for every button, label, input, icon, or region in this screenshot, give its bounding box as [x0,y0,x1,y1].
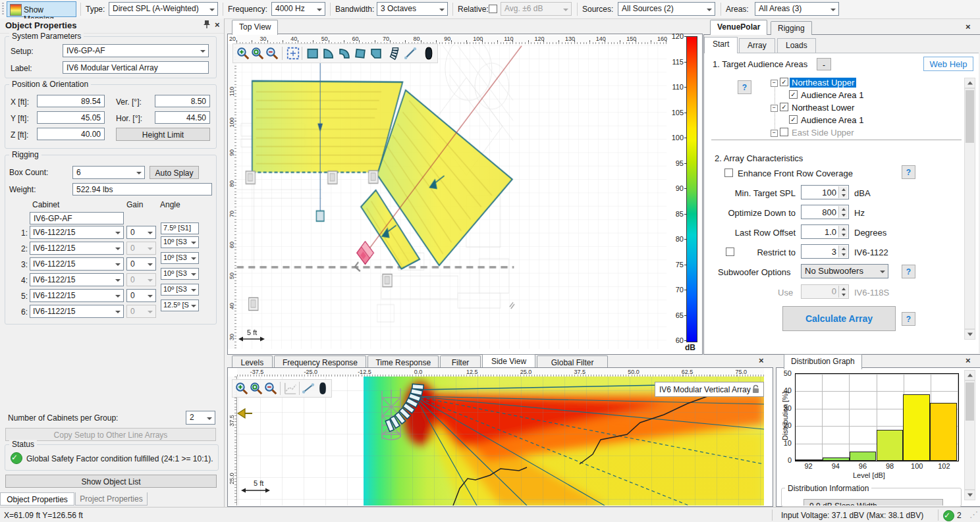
tree-expander-icon[interactable]: − [771,80,778,87]
spinner-arrows-icon[interactable] [838,226,848,238]
subtab-loads[interactable]: Loads [777,38,816,53]
subwoofer-options-select[interactable]: No Subwoofers [801,264,888,278]
auto-splay-button[interactable]: Auto Splay [150,166,199,179]
tab-side-view[interactable]: Side View [482,354,535,367]
scroll-down-icon[interactable] [964,490,975,500]
show-mapping-button[interactable]: Show Mapping [7,1,76,17]
tree-item-label[interactable]: East Side Upper [790,128,856,138]
toolbar-grip[interactable] [2,3,4,16]
left-tab-object-properties[interactable]: Object Properties [0,492,74,506]
frequency-select[interactable]: 4000 Hz [271,2,325,16]
type-select[interactable]: Direct SPL (A-Weighted) [109,2,218,16]
array-name-overlay[interactable]: IV6 Modular Vertical Array [655,382,764,397]
areas-select[interactable]: All Areas (3) [755,2,839,16]
label-input[interactable]: IV6 Modular Vertical Array [63,61,209,74]
area-polygon-tool-icon[interactable] [369,46,383,61]
tree-checkbox[interactable]: ✓ [780,103,788,111]
param-stepper[interactable]: 800 [801,205,849,219]
calculate-array-button[interactable]: Calculate Array [782,306,896,331]
tab-frequency-response[interactable]: Frequency Response [274,355,367,367]
web-help-button[interactable]: Web Help [923,57,973,71]
measure-tool-icon[interactable] [403,46,418,61]
cabinets-per-group-select[interactable]: 2 [186,411,215,425]
scroll-down-icon[interactable] [964,329,975,340]
subtab-array[interactable]: Array [739,38,775,53]
spinner-arrows-icon[interactable] [838,246,848,257]
angle-select[interactable]: 10º [S3 [161,284,199,296]
tree-checkbox[interactable]: ✓ [789,115,798,124]
area-trapezoid-tool-icon[interactable] [353,46,368,61]
tree-checkbox[interactable]: ✓ [780,78,788,86]
relative-checkbox[interactable] [489,5,497,13]
close-icon[interactable]: × [215,20,220,30]
cabinet-select[interactable]: IV6-1122/15 [30,289,124,302]
venuepolar-close-icon[interactable]: × [966,22,971,32]
back-arrow-icon[interactable] [237,408,253,419]
box-count-select[interactable]: 6 [72,166,145,179]
ver-input[interactable]: 8.50 [155,95,210,107]
tab-filter[interactable]: Filter [440,355,481,367]
spinner-arrows-icon[interactable] [838,206,848,218]
help-enhance-button[interactable]: ? [902,165,915,179]
tab-rigging[interactable]: Rigging [771,21,812,35]
area-quarter-tool-icon[interactable] [321,46,336,61]
sources-select[interactable]: All Sources (2) [618,2,715,16]
angle-select[interactable]: 10º [S3 [161,252,199,264]
tab-distribution-graph[interactable]: Distribution Graph [784,354,862,369]
plan-select-icon[interactable] [286,46,300,61]
tab-global-filter[interactable]: Global Filter [537,355,608,367]
tab-venuepolar[interactable]: VenuePolar [710,20,767,35]
tree-expander-icon[interactable]: − [771,105,778,112]
bandwidth-select[interactable]: 3 Octaves [377,2,448,16]
zoom-extents-icon[interactable] [249,381,263,396]
gain-select[interactable]: 0 [126,257,156,271]
zoom-in-icon[interactable] [234,381,249,396]
gain-select[interactable]: 0 [126,226,156,239]
cabinet-select[interactable]: IV6-1122/15 [30,257,124,271]
enhance-front-row-checkbox[interactable] [724,169,733,177]
gain-select[interactable]: 0 [126,289,156,302]
tree-item-label[interactable]: Northeast Upper [790,78,856,88]
scroll-up-icon[interactable] [964,370,975,380]
measure-tool-icon[interactable] [301,381,315,396]
tab-levels[interactable]: Levels [232,355,273,367]
listener-marker[interactable] [316,211,324,221]
tree-item-label[interactable]: Audience Area 1 [799,90,865,100]
subtab-start[interactable]: Start [704,37,738,53]
help-subwoofer-button[interactable]: ? [902,265,915,278]
pin-icon[interactable] [203,20,211,31]
help-calculate-button[interactable]: ? [902,312,915,326]
tree-checkbox[interactable] [780,128,788,136]
param-stepper[interactable]: 100 [801,185,849,199]
tree-item-label[interactable]: Northeast Lower [790,103,856,113]
setup-select[interactable]: IV6-GP-AF [63,44,209,57]
cabinet-select[interactable]: IV6-1122/15 [30,273,124,286]
area-curve-tool-icon[interactable] [337,46,352,61]
zoom-out-icon[interactable] [263,381,278,396]
area-rectangle-tool-icon[interactable] [306,46,320,61]
tree-checkbox[interactable]: ✓ [789,90,798,99]
z-input[interactable]: 40.00 [37,128,105,140]
param-stepper[interactable]: 1.0 [801,224,849,239]
line-array-tool-icon[interactable] [387,46,402,61]
scroll-up-icon[interactable] [964,78,975,88]
zoom-out-icon[interactable] [265,46,279,61]
tree-item-label[interactable]: Audience Area 1 [799,115,865,125]
top-view-canvas[interactable] [236,44,667,349]
tab-top-view[interactable]: Top View [232,20,278,35]
zoom-extents-icon[interactable] [250,46,265,61]
left-tab-project-properties[interactable]: Project Properties [75,492,148,506]
distribution-close-icon[interactable]: × [966,355,971,365]
zoom-in-icon[interactable] [236,46,250,61]
param-stepper[interactable]: 3 [801,244,849,259]
x-input[interactable]: 89.54 [37,95,105,107]
tab-time-response[interactable]: Time Response [368,355,439,367]
distribution-scrollbar[interactable] [964,380,975,490]
angle-select[interactable]: 10º [S3 [161,268,199,280]
point-source-tool-icon[interactable] [422,46,436,61]
show-object-list-button[interactable]: Show Object List [5,475,217,488]
cabinet-select[interactable]: IV6-1122/15 [30,305,124,318]
help-areas-button[interactable]: ? [738,80,751,94]
spinner-arrows-icon[interactable] [838,186,848,198]
height-limit-button[interactable]: Height Limit [116,128,210,141]
